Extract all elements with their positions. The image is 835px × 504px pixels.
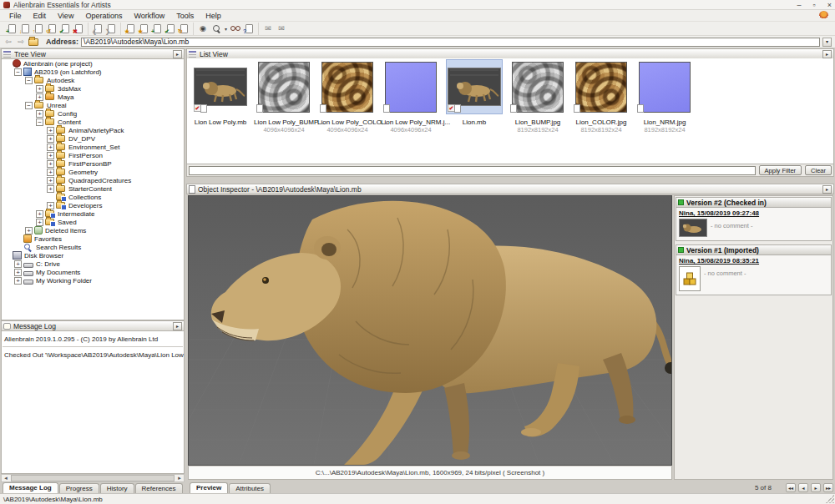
- address-input[interactable]: [81, 38, 820, 47]
- thumbnail-box[interactable]: ✔: [447, 60, 502, 113]
- thumbnail-box[interactable]: [574, 60, 629, 113]
- expander-icon[interactable]: +: [14, 277, 22, 285]
- thumbnail-box[interactable]: [637, 60, 692, 113]
- tree-item-maya[interactable]: +Maya: [3, 93, 184, 101]
- refresh-icon[interactable]: ↻: [177, 23, 190, 34]
- menu-edit[interactable]: Edit: [28, 11, 53, 21]
- expander-icon[interactable]: +: [47, 135, 54, 143]
- delete-icon[interactable]: ✖: [72, 23, 85, 34]
- help-icon[interactable]: ?: [242, 23, 256, 34]
- list-item-lion-low-poly-colo-[interactable]: Lion Low Poly_COLO...4096x4096x24: [317, 60, 377, 134]
- tree-item-c-drive[interactable]: +C: Drive: [3, 260, 184, 268]
- tree-item-collections[interactable]: Collections: [3, 193, 184, 201]
- expander-icon[interactable]: +: [47, 127, 54, 134]
- favorite-file-icon[interactable]: ★: [137, 23, 150, 34]
- new-item-icon[interactable]: +: [5, 23, 18, 34]
- list-item-lion-low-poly-mb[interactable]: ✔Lion Low Poly.mb: [190, 60, 250, 126]
- add-favorite-icon[interactable]: ★: [124, 23, 137, 34]
- next-version-button[interactable]: ▸: [811, 483, 821, 492]
- tab-history[interactable]: History: [100, 483, 134, 493]
- expander-icon[interactable]: +: [47, 144, 54, 151]
- apply-filter-button[interactable]: Apply Filter: [759, 165, 802, 175]
- check-out-icon[interactable]: ↓: [18, 23, 32, 34]
- tree-item-dv-dpv[interactable]: +DV_DPV: [3, 134, 184, 143]
- resize-grip[interactable]: [826, 495, 834, 503]
- expander-icon[interactable]: +: [36, 219, 43, 226]
- expander-icon[interactable]: +: [14, 269, 22, 276]
- tree-item-unreal[interactable]: −Unreal: [3, 101, 184, 109]
- list-item-lion-mb[interactable]: ✔Lion.mb: [444, 60, 504, 126]
- paste-icon[interactable]: ❯: [104, 23, 118, 34]
- menu-tools[interactable]: Tools: [170, 11, 200, 21]
- send-mail-icon[interactable]: ✉: [261, 23, 275, 34]
- tree-item-animalvarietypack[interactable]: +AnimalVarietyPack: [3, 126, 184, 134]
- tree-item-firstperson[interactable]: +FirstPerson: [3, 151, 184, 159]
- get-latest-icon[interactable]: ✔: [58, 23, 72, 34]
- forward-icon[interactable]: ⇨: [16, 38, 26, 46]
- tab-attributes[interactable]: Attributes: [229, 483, 271, 493]
- expander-icon[interactable]: −: [36, 118, 43, 126]
- log-horizontal-scrollbar[interactable]: ◂ ▸: [1, 474, 185, 482]
- check-in-icon[interactable]: ↑: [32, 23, 45, 34]
- last-version-button[interactable]: ▸▸: [823, 483, 833, 492]
- maximize-button[interactable]: ▫: [813, 1, 816, 9]
- menu-operations[interactable]: Operations: [79, 11, 128, 21]
- expander-icon[interactable]: +: [14, 260, 22, 268]
- list-view-menu-button[interactable]: ▸: [822, 50, 832, 58]
- undo-check-out-icon[interactable]: ↺: [45, 23, 58, 34]
- address-dropdown-icon[interactable]: ▾: [822, 38, 832, 47]
- tree-item-developers[interactable]: +Developers: [3, 201, 184, 209]
- expander-icon[interactable]: −: [14, 68, 22, 76]
- scroll-left-icon[interactable]: ◂: [2, 475, 10, 481]
- copy-icon[interactable]: ❮: [91, 23, 104, 34]
- expander-icon[interactable]: +: [47, 152, 54, 159]
- expander-icon[interactable]: +: [25, 227, 33, 234]
- expander-icon[interactable]: +: [47, 185, 54, 193]
- close-button[interactable]: ×: [827, 1, 832, 9]
- version-card-1[interactable]: Version #1 (Imported)Nina, 15/08/2019 08…: [676, 244, 832, 295]
- find-binoculars-icon[interactable]: [229, 23, 242, 34]
- up-folder-icon[interactable]: [28, 38, 38, 46]
- tab-message-log[interactable]: Message Log: [3, 482, 58, 493]
- thumbnail-box[interactable]: [320, 60, 375, 113]
- preview-eye-icon[interactable]: ◉: [196, 23, 210, 34]
- object-inspector-menu-button[interactable]: ▸: [822, 185, 832, 194]
- tree-item-ab2019-on-latchford-[interactable]: −AB2019 (on Latchford): [3, 68, 184, 76]
- tree-item-alienbrain-one-project-[interactable]: Alienbrain (one project): [3, 59, 184, 68]
- tree-item-deleted-items[interactable]: +Deleted Items: [3, 226, 184, 234]
- expander-icon[interactable]: −: [25, 77, 33, 84]
- expander-icon[interactable]: +: [47, 177, 54, 184]
- tree-item-autodesk[interactable]: −Autodesk: [3, 76, 184, 84]
- menu-help[interactable]: Help: [200, 11, 227, 21]
- expander-icon[interactable]: +: [36, 85, 43, 93]
- tree-item-firstpersonbp[interactable]: +FirstPersonBP: [3, 159, 184, 168]
- tree-item-quadrapedcreatures[interactable]: +QuadrapedCreatures: [3, 176, 184, 184]
- expander-icon[interactable]: +: [47, 160, 54, 168]
- scroll-right-icon[interactable]: ▸: [175, 475, 184, 481]
- tree-item-favorites[interactable]: Favorites: [3, 234, 184, 243]
- zoom-magnifier-icon[interactable]: [210, 23, 223, 34]
- tree-view-menu-button[interactable]: ▸: [173, 50, 182, 58]
- thumbnail-box[interactable]: [510, 60, 565, 113]
- message-log-menu-button[interactable]: ▸: [173, 322, 182, 330]
- tab-progress[interactable]: Progress: [59, 483, 99, 493]
- tree-item-3dsmax[interactable]: +3dsMax: [3, 84, 184, 93]
- menu-view[interactable]: View: [52, 11, 79, 21]
- expander-icon[interactable]: −: [25, 102, 33, 109]
- thumbnail-box[interactable]: ✔: [193, 60, 248, 113]
- filter-input[interactable]: [189, 166, 756, 175]
- tree-item-disk-browser[interactable]: Disk Browser: [3, 251, 184, 260]
- menu-workflow[interactable]: Workflow: [128, 11, 170, 21]
- tree-item-intermediate[interactable]: +Intermediate: [3, 209, 184, 218]
- list-item-lion-color-jpg[interactable]: Lion_COLOR.jpg8192x8192x24: [571, 60, 631, 134]
- tab-preview[interactable]: Preview: [190, 482, 228, 493]
- previous-version-button[interactable]: ◂: [798, 483, 808, 492]
- list-item-lion-bump-jpg[interactable]: Lion_BUMP.jpg8192x8192x24: [508, 60, 568, 134]
- tree-item-content[interactable]: −Content: [3, 118, 184, 126]
- menu-file[interactable]: File: [3, 11, 28, 21]
- list-item-lion-nrm-jpg[interactable]: Lion_NRM.jpg8192x8192x24: [635, 60, 695, 134]
- expander-icon[interactable]: +: [47, 169, 54, 176]
- tree-item-my-working-folder[interactable]: +My Working Folder: [3, 276, 184, 285]
- tree-item-startercontent[interactable]: +StarterContent: [3, 184, 184, 193]
- first-version-button[interactable]: ◂◂: [786, 483, 796, 492]
